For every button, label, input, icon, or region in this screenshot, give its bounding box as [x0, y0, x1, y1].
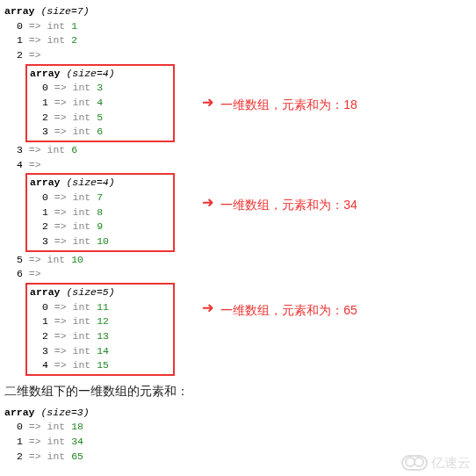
- result-row-0: 0 => int 18: [4, 420, 472, 435]
- array-header: array (size=7): [4, 4, 472, 19]
- box2-header: array (size=4): [30, 176, 170, 191]
- annotation-3-text: 一维数组，元素和为：65: [220, 301, 357, 319]
- arrow-icon: ➜: [202, 95, 213, 114]
- size-label: (size=7): [40, 5, 89, 17]
- cloud-icon: [401, 455, 428, 471]
- subarray-box-1: array (size=4) 0 => int 3 1 => int 4 2 =…: [25, 64, 175, 142]
- box1-row-1: 1 => int 4: [30, 96, 170, 111]
- box3-row-3: 3 => int 14: [30, 344, 170, 359]
- box3-row-2: 2 => int 13: [30, 329, 170, 344]
- result-header: array (size=3): [4, 406, 472, 421]
- top-row-0: 0 => int 1: [4, 19, 472, 34]
- annotation-1-text: 一维数组，元素和为：18: [220, 96, 357, 113]
- mid2-row-1: 6 =>: [4, 267, 472, 282]
- annotation-2: ➜ 一维数组，元素和为：34: [202, 195, 357, 214]
- box2-row-2: 2 => int 9: [30, 220, 170, 234]
- box2-row-3: 3 => int 10: [30, 234, 170, 249]
- box1-row-0: 0 => int 3: [30, 81, 170, 96]
- arrow-icon: ➜: [202, 300, 213, 320]
- top-row-2: 2 =>: [4, 48, 472, 63]
- box1-header: array (size=4): [30, 67, 170, 82]
- result-row-1: 1 => int 34: [4, 435, 472, 450]
- box2-row-0: 0 => int 7: [30, 191, 170, 206]
- mid1-row-0: 3 => int 6: [4, 143, 472, 158]
- box3-header: array (size=5): [30, 285, 170, 300]
- annotation-3: ➜ 一维数组，元素和为：65: [202, 300, 357, 320]
- subarray-box-2: array (size=4) 0 => int 7 1 => int 8 2 =…: [25, 173, 175, 251]
- mid1-row-1: 4 =>: [4, 158, 472, 173]
- box1-row-2: 2 => int 5: [30, 111, 170, 126]
- box2-row-1: 1 => int 8: [30, 206, 170, 220]
- mid2-row-0: 5 => int 10: [4, 253, 472, 268]
- box3-row-1: 1 => int 12: [30, 314, 170, 329]
- watermark: 亿速云: [401, 453, 471, 472]
- top-row-1: 1 => int 2: [4, 33, 472, 48]
- annotation-1: ➜ 一维数组，元素和为：18: [202, 95, 357, 114]
- box3-row-0: 0 => int 11: [30, 300, 170, 315]
- watermark-text: 亿速云: [431, 453, 471, 472]
- section-title: 二维数组下的一维数组的元素和：: [4, 383, 472, 400]
- arrow-icon: ➜: [202, 195, 213, 214]
- subarray-box-3: array (size=5) 0 => int 11 1 => int 12 2…: [25, 283, 175, 376]
- box1-row-3: 3 => int 6: [30, 125, 170, 140]
- box3-row-4: 4 => int 15: [30, 358, 170, 373]
- keyword-array: array: [4, 5, 35, 17]
- annotation-2-text: 一维数组，元素和为：34: [220, 196, 357, 213]
